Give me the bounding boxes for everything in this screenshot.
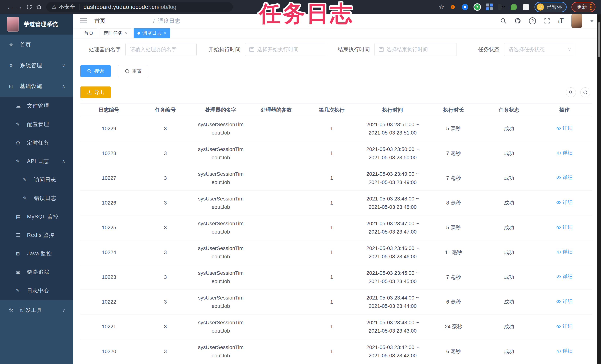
detail-link[interactable]: 详细 <box>556 273 572 281</box>
app-logo[interactable]: 芋道管理系统 <box>0 14 73 35</box>
sidebar-item-label: 文件管理 <box>27 102 49 110</box>
sidebar-item-log-center[interactable]: ✎日志中心 <box>0 281 73 300</box>
annotation-title: 任务日志 <box>259 0 354 29</box>
toggle-search-button[interactable] <box>566 87 576 97</box>
github-icon[interactable] <box>515 18 521 24</box>
sidebar-item-home[interactable]: ❖首页 <box>0 35 73 55</box>
execute-index-cell: 1 <box>304 199 359 207</box>
tags-view-bar: 首页 定时任务 × 调度日志 × <box>73 28 601 39</box>
config-management-icon: ✎ <box>16 121 24 127</box>
status-select[interactable]: 请选择任务状态 ∨ <box>504 43 575 56</box>
eye-icon <box>556 250 561 254</box>
tab-close-icon[interactable]: × <box>125 31 128 36</box>
duration-cell: 7 毫秒 <box>426 273 481 281</box>
scrollbar-thumb[interactable] <box>598 22 600 57</box>
sidebar-item-access-log[interactable]: ✎访问日志 <box>0 171 73 189</box>
actions-cell: 详细 <box>537 248 592 257</box>
task-id-cell: 3 <box>138 298 193 306</box>
duration-cell: 11 毫秒 <box>426 248 481 257</box>
browser-menu-icon[interactable] <box>590 4 591 10</box>
reset-button[interactable]: 重置 <box>118 65 148 77</box>
detail-link[interactable]: 详细 <box>556 297 572 305</box>
sidebar-item-dev-tools[interactable]: ⚒研发工具∨ <box>0 300 73 321</box>
duration-cell: 7 毫秒 <box>426 149 481 158</box>
sidebar-item-label: 首页 <box>20 41 31 49</box>
bookmark-star-icon[interactable]: ☆ <box>438 3 444 11</box>
log-id-cell: 10229 <box>80 124 138 133</box>
detail-link[interactable]: 详细 <box>556 124 572 132</box>
sidebar-item-config-management[interactable]: ✎配置管理 <box>0 115 73 134</box>
handler-name-input[interactable] <box>125 43 197 56</box>
end-time-picker[interactable]: 选择结束执行时间 <box>374 43 457 56</box>
detail-link[interactable]: 详细 <box>556 322 572 330</box>
browser-home-icon[interactable] <box>34 2 44 12</box>
browser-forward-icon[interactable]: → <box>15 2 24 12</box>
browser-back-icon[interactable]: ← <box>5 2 15 12</box>
extension-green-y-icon[interactable]: Y <box>473 3 481 11</box>
browser-update-button[interactable]: 更新 <box>571 2 595 12</box>
start-time-picker[interactable]: 选择开始执行时间 <box>245 43 327 56</box>
sidebar-item-scheduled-tasks[interactable]: ◷定时任务 <box>0 134 73 152</box>
sidebar-item-error-log[interactable]: ✎错误日志 <box>0 189 73 208</box>
address-bar[interactable]: ⚠ 不安全 dashboard.yudao.iocoder.cn /job/lo… <box>46 2 233 12</box>
docs-help-icon[interactable]: ? <box>529 17 536 24</box>
eye-icon <box>556 126 561 131</box>
execute-index-cell: 1 <box>304 298 359 306</box>
start-time-placeholder: 选择开始执行时间 <box>257 46 299 53</box>
detail-link[interactable]: 详细 <box>556 347 572 355</box>
extension-grid-icon[interactable] <box>486 3 493 11</box>
refresh-table-button[interactable] <box>580 87 590 97</box>
log-id-cell: 10228 <box>80 149 138 158</box>
home-icon: ❖ <box>9 42 17 48</box>
extension-puzzle-icon[interactable] <box>522 3 530 11</box>
profile-paused-chip[interactable]: ☺ 已暂停 <box>534 2 567 12</box>
sidebar-item-java-monitor[interactable]: ⊞Java 监控 <box>0 244 73 263</box>
execute-index-cell: 1 <box>304 124 359 133</box>
actions-cell: 详细 <box>537 124 592 133</box>
app-title: 芋道管理系统 <box>24 20 58 28</box>
extension-on-badge-icon[interactable]: on <box>498 3 505 11</box>
user-avatar[interactable] <box>571 14 582 28</box>
browser-reload-icon[interactable] <box>24 2 34 12</box>
handler-name-cell: sysUserSessionTimeoutJob <box>193 319 249 335</box>
tab-home[interactable]: 首页 <box>80 28 97 38</box>
execute-time-cell: 2021-05-03 23:48:00 ~2021-05-03 23:48:00 <box>359 195 426 211</box>
window-scrollbar[interactable] <box>597 14 601 364</box>
search-button[interactable]: 搜索 <box>80 65 111 77</box>
search-icon[interactable] <box>500 18 507 24</box>
detail-link[interactable]: 详细 <box>556 223 572 231</box>
sidebar-item-mysql-monitor[interactable]: ▤MySQL 监控 <box>0 208 73 226</box>
table-row: 102253sysUserSessionTimeoutJob12021-05-0… <box>80 215 592 240</box>
sidebar-item-file-management[interactable]: ☁文件管理 <box>0 97 73 115</box>
breadcrumb-home[interactable]: 首页 <box>94 17 150 25</box>
collapse-sidebar-icon[interactable] <box>80 20 87 21</box>
sidebar-item-system-management[interactable]: ⚙系统管理∨ <box>0 55 73 76</box>
url-host: dashboard.yudao.iocoder.cn <box>83 4 158 10</box>
sidebar-item-api-log[interactable]: ✎API 日志∧ <box>0 152 73 171</box>
dev-tools-icon: ⚒ <box>9 307 17 313</box>
address-divider <box>79 4 80 10</box>
detail-link[interactable]: 详细 <box>556 198 572 206</box>
detail-link[interactable]: 详细 <box>556 149 572 157</box>
extension-pin-icon[interactable] <box>461 3 469 11</box>
duration-cell: 5 毫秒 <box>426 223 481 232</box>
handler-name-cell: sysUserSessionTimeoutJob <box>193 170 249 187</box>
sidebar-item-trace[interactable]: ◉链路追踪 <box>0 263 73 281</box>
detail-link[interactable]: 详细 <box>556 174 572 182</box>
sidebar-item-redis-monitor[interactable]: ☰Redis 监控 <box>0 226 73 244</box>
fullscreen-icon[interactable] <box>544 18 550 24</box>
detail-link[interactable]: 详细 <box>556 248 572 256</box>
eye-icon <box>556 299 561 304</box>
execute-time-cell: 2021-05-03 23:51:00 ~2021-05-03 23:51:00 <box>359 121 426 137</box>
sidebar-item-label: 系统管理 <box>20 62 42 69</box>
user-menu-caret-icon[interactable] <box>590 20 594 22</box>
paused-label: 已暂停 <box>547 3 562 10</box>
tab-job-log[interactable]: 调度日志 × <box>134 28 170 38</box>
extension-orange-icon[interactable] <box>449 3 457 11</box>
sidebar-item-infrastructure[interactable]: ⊡基础设施∧ <box>0 76 73 97</box>
export-button[interactable]: 导出 <box>80 86 111 98</box>
extension-leaf-icon[interactable] <box>510 3 518 11</box>
tab-scheduled-tasks[interactable]: 定时任务 × <box>100 28 131 38</box>
font-size-icon[interactable]: tT <box>558 17 564 25</box>
tab-close-icon[interactable]: × <box>164 31 166 36</box>
